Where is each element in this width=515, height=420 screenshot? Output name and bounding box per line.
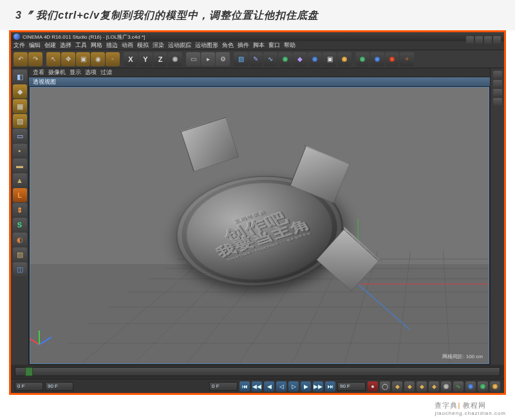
generator-icon[interactable] xyxy=(278,52,292,66)
timeline-track[interactable] xyxy=(15,367,500,376)
tab-options[interactable]: 选项 xyxy=(85,68,97,77)
viewport-title: 透视视图 xyxy=(29,77,490,86)
menu-select[interactable]: 选择 xyxy=(60,41,71,50)
rotate-tool[interactable]: ◉ xyxy=(91,52,105,66)
key-pla-icon[interactable] xyxy=(441,381,451,392)
tab-view[interactable]: 查看 xyxy=(33,68,44,77)
model-mode-icon[interactable]: ◆ xyxy=(13,84,27,99)
layout-icon[interactable] xyxy=(493,36,501,44)
edge-mode-icon[interactable]: ▬ xyxy=(13,158,27,173)
tag-icon[interactable] xyxy=(370,52,384,66)
object-mode-icon[interactable]: ▦ xyxy=(13,99,27,113)
key-param-icon[interactable]: ◆ xyxy=(429,381,439,392)
dynamics-icon[interactable] xyxy=(385,52,399,66)
redo-button[interactable]: ↷ xyxy=(28,52,42,66)
play-back-button[interactable]: ◁ xyxy=(276,381,286,392)
light-icon[interactable] xyxy=(337,52,351,66)
simulate-icon[interactable]: ✦ xyxy=(400,52,414,66)
move-tool[interactable]: ✥ xyxy=(61,52,75,66)
axis-mode-icon[interactable]: L xyxy=(13,188,27,202)
step-back-button[interactable]: ◀◀ xyxy=(252,381,262,392)
menu-plugins[interactable]: 插件 xyxy=(238,41,249,50)
menu-edit[interactable]: 编辑 xyxy=(29,41,41,50)
fcurve-icon[interactable] xyxy=(465,381,476,392)
scale-tool[interactable]: ▣ xyxy=(76,52,90,66)
transport-bar: 0 F 90 F 0 F ⏮ ◀◀ ◀ ◁ ▷ ▶ ▶▶ ⏭ 90 F ● ◯ … xyxy=(11,379,504,393)
menu-motiontrack[interactable]: 运动跟踪 xyxy=(168,41,191,50)
goto-end-button[interactable]: ⏭ xyxy=(325,381,335,392)
axis-y-toggle[interactable]: Y xyxy=(138,52,153,66)
undo-button[interactable]: ↶ xyxy=(14,52,28,66)
make-editable-icon[interactable]: ◧ xyxy=(13,70,27,84)
playhead[interactable] xyxy=(25,367,33,376)
perspective-viewport[interactable]: 五周年庆典 创作吧 我要当主角 TOGETHER・TOGETHER・一切从创作开… xyxy=(29,86,490,365)
select-tool[interactable]: ↖ xyxy=(46,52,61,66)
coord-system[interactable] xyxy=(168,52,182,66)
nav-icon[interactable] xyxy=(493,98,502,106)
range-end-field[interactable]: 90 F xyxy=(337,382,366,391)
prim-cube[interactable]: ▧ xyxy=(234,52,248,66)
menu-mesh[interactable]: 网格 xyxy=(91,41,102,50)
snap-icon[interactable]: S xyxy=(13,218,27,232)
record-button[interactable]: ● xyxy=(368,381,378,392)
menu-anim[interactable]: 动画 xyxy=(122,41,133,50)
prim-pen[interactable]: ✎ xyxy=(248,52,263,66)
spline-icon[interactable]: ∿ xyxy=(263,52,277,66)
render-settings[interactable]: ⚙ xyxy=(216,52,230,66)
texture-mode-icon[interactable]: ▨ xyxy=(13,114,27,128)
key-rot-icon[interactable]: ◆ xyxy=(417,381,427,392)
menu-create[interactable]: 创建 xyxy=(44,41,56,50)
camera-icon[interactable]: ▣ xyxy=(323,52,337,66)
environment-icon[interactable] xyxy=(308,52,322,66)
menu-sim[interactable]: 模拟 xyxy=(137,41,149,50)
tab-display[interactable]: 显示 xyxy=(70,68,81,77)
deformer-icon[interactable]: ◆ xyxy=(293,52,307,66)
timeline[interactable] xyxy=(11,365,504,379)
planar-workplane-icon[interactable]: ◫ xyxy=(13,262,27,276)
tweak-icon[interactable]: ⇕ xyxy=(13,203,27,217)
start-frame-field[interactable]: 0 F xyxy=(15,382,43,391)
menu-script[interactable]: 脚本 xyxy=(253,41,265,50)
axis-z-toggle[interactable]: Z xyxy=(153,52,167,66)
menu-mograph[interactable]: 运动图形 xyxy=(195,41,218,50)
fcurve-icon[interactable]: ∿ xyxy=(453,381,464,392)
menubar: 文件 编辑 创建 选择 工具 网格 描边 动画 模拟 渲染 运动跟踪 运动图形 … xyxy=(11,41,504,50)
next-frame-button[interactable]: ▶ xyxy=(301,381,311,392)
axis-x-toggle[interactable]: X xyxy=(124,52,138,66)
poly-mode-icon[interactable]: ▲ xyxy=(13,173,27,187)
fcurve-icon[interactable] xyxy=(478,381,488,392)
layout-icon[interactable] xyxy=(484,36,492,44)
menu-snap[interactable]: 描边 xyxy=(106,41,118,50)
play-button[interactable]: ▷ xyxy=(288,381,299,392)
recent-tool[interactable]: ▫ xyxy=(106,52,120,66)
render-view[interactable]: ▭ xyxy=(186,52,200,66)
goto-start-button[interactable]: ⏮ xyxy=(239,381,250,392)
key-pos-icon[interactable]: ◆ xyxy=(392,381,402,392)
fcurve-icon[interactable] xyxy=(490,381,500,392)
quantize-icon[interactable]: ◐ xyxy=(13,233,27,247)
prev-frame-button[interactable]: ◀ xyxy=(264,381,274,392)
end-frame-field[interactable]: 90 F xyxy=(45,382,73,391)
layout-icon[interactable] xyxy=(475,36,483,44)
tab-filter[interactable]: 过滤 xyxy=(100,68,112,77)
nav-icon[interactable] xyxy=(493,89,502,97)
menu-help[interactable]: 帮助 xyxy=(284,41,295,50)
menu-tools[interactable]: 工具 xyxy=(75,41,87,50)
step-fwd-button[interactable]: ▶▶ xyxy=(313,381,323,392)
autokey-button[interactable]: ◯ xyxy=(380,381,390,392)
mograph-icon[interactable] xyxy=(355,52,370,66)
menu-char[interactable]: 角色 xyxy=(222,41,234,50)
menu-render[interactable]: 渲染 xyxy=(153,41,164,50)
nav-icon[interactable] xyxy=(493,71,502,79)
render-pv[interactable]: ▸ xyxy=(201,52,215,66)
menu-file[interactable]: 文件 xyxy=(14,41,25,50)
key-scale-icon[interactable]: ◆ xyxy=(404,381,415,392)
nav-icon[interactable] xyxy=(493,80,502,88)
current-frame-field[interactable]: 0 F xyxy=(209,382,238,391)
locked-workplane-icon[interactable]: ▨ xyxy=(13,247,27,262)
layout-icon[interactable] xyxy=(466,36,474,44)
menu-window[interactable]: 窗口 xyxy=(268,41,280,50)
tab-camera[interactable]: 摄像机 xyxy=(48,68,66,77)
workplane-icon[interactable]: ▭ xyxy=(13,129,27,143)
point-mode-icon[interactable]: ▪ xyxy=(13,144,27,158)
